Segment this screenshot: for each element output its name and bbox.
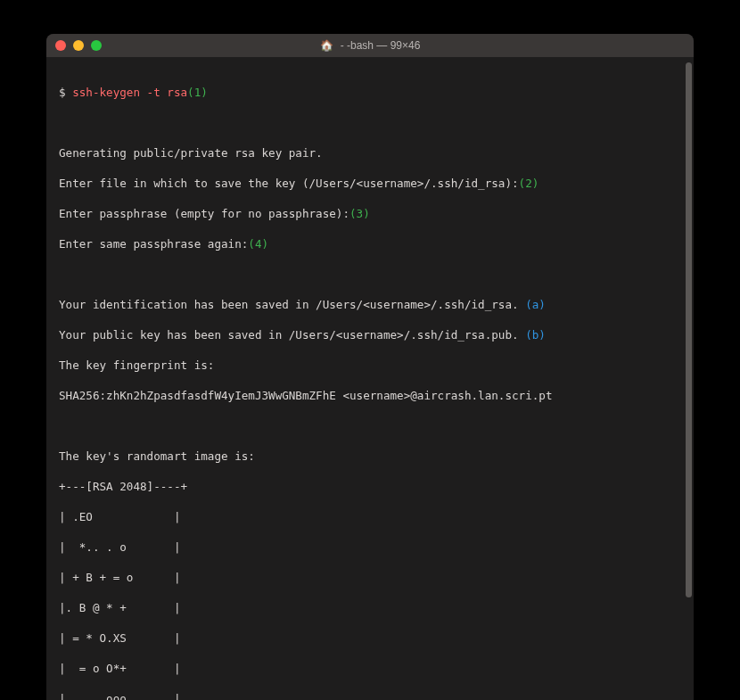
output-fingerprint-label: The key fingerprint is:	[59, 358, 214, 372]
output-id-saved: Your identification has been saved in /U…	[59, 298, 525, 311]
annotation-4: (4)	[248, 237, 268, 251]
annotation-2: (2)	[519, 177, 539, 190]
maximize-button[interactable]	[91, 40, 102, 51]
close-button[interactable]	[55, 40, 66, 51]
randomart-line: | .EO |	[59, 510, 180, 523]
home-icon: 🏠	[320, 39, 333, 52]
annotation-3: (3)	[349, 207, 370, 220]
annotation-b: (b)	[525, 328, 546, 342]
terminal-window: 🏠 - -bash — 99×46 $ ssh-keygen -t rsa(1)…	[46, 34, 694, 700]
randomart-line: | = o O*+ |	[59, 662, 180, 675]
terminal-body[interactable]: $ ssh-keygen -t rsa(1) Generating public…	[46, 57, 694, 700]
output-pub-saved: Your public key has been saved in /Users…	[59, 328, 525, 342]
output-generating: Generating public/private rsa key pair.	[59, 146, 323, 160]
titlebar: 🏠 - -bash — 99×46	[46, 34, 694, 57]
annotation-1: (1)	[187, 86, 208, 99]
output-enter-pass: Enter passphrase (empty for no passphras…	[59, 207, 349, 220]
window-title: - -bash — 99×46	[341, 39, 421, 52]
command-ssh-keygen: ssh-keygen -t rsa	[72, 86, 187, 99]
output-randomart-title: The key's randomart image is:	[59, 449, 255, 463]
randomart-line: | *.. . o |	[59, 540, 180, 554]
randomart-line: +---[RSA 2048]----+	[59, 480, 187, 493]
randomart-line: | + B + = o |	[59, 571, 180, 584]
prompt-symbol: $	[59, 86, 72, 99]
scrollbar[interactable]	[685, 62, 692, 700]
randomart-line: |. B @ * + |	[59, 601, 180, 614]
terminal-content: $ ssh-keygen -t rsa(1) Generating public…	[59, 70, 681, 700]
output-enter-file: Enter file in which to save the key (/Us…	[59, 177, 519, 190]
output-enter-pass-again: Enter same passphrase again:	[59, 237, 248, 251]
randomart-line: | . .ooo |	[59, 692, 180, 700]
output-fingerprint: SHA256:zhKn2hZpasdfasdfW4yIemJ3WwGNBmZFh…	[59, 389, 553, 402]
window-title-group: 🏠 - -bash — 99×46	[320, 39, 421, 52]
minimize-button[interactable]	[73, 40, 84, 51]
traffic-lights	[55, 40, 102, 51]
annotation-a: (a)	[525, 298, 546, 311]
randomart-line: | = * O.XS |	[59, 631, 180, 645]
scrollbar-thumb[interactable]	[686, 62, 692, 597]
